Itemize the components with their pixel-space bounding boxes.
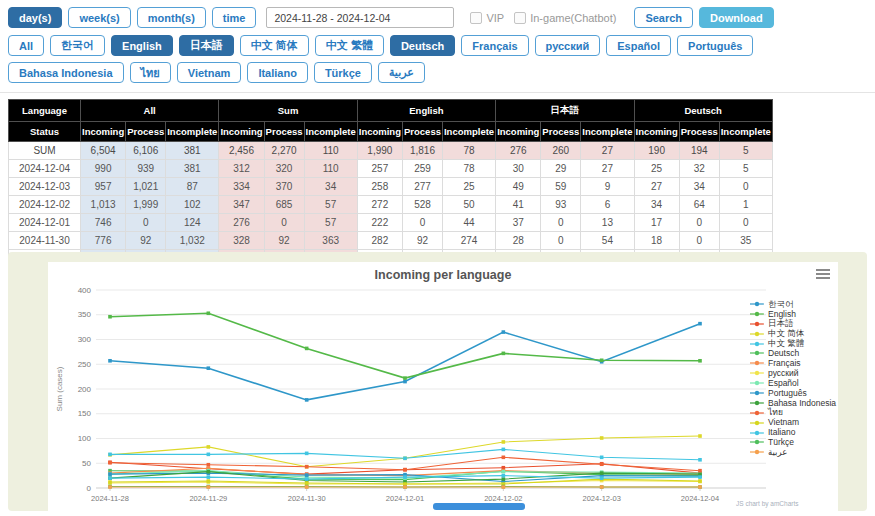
checkbox-VIP[interactable]: VIP xyxy=(470,12,504,24)
row-label: 2024-12-01 xyxy=(9,214,81,232)
legend-item-日本語[interactable]: 日本語 xyxy=(750,319,836,329)
table-cell: 381 xyxy=(166,160,219,178)
chart-box: Incoming per language 050100150200250300… xyxy=(48,262,838,511)
table-cell: 35 xyxy=(719,232,772,250)
line-chart: 050100150200250300350400Sum (cases)2024-… xyxy=(48,262,838,511)
column-header-Incoming: Incoming xyxy=(219,122,264,142)
row-label: 2024-12-03 xyxy=(9,178,81,196)
period-button-time[interactable]: time xyxy=(212,7,257,28)
table-cell: 685 xyxy=(264,196,304,214)
table-cell: 27 xyxy=(581,160,634,178)
data-point xyxy=(403,468,407,472)
legend-item-中文-繁體[interactable]: 中文 繁體 xyxy=(750,339,836,349)
lang-button-Español[interactable]: Español xyxy=(606,35,671,56)
checkbox-icon[interactable] xyxy=(470,12,482,24)
column-header-Incoming: Incoming xyxy=(81,122,126,142)
x-tick-label: 2024-11-30 xyxy=(288,494,326,503)
lang-button-عربية[interactable]: عربية xyxy=(378,62,425,83)
lang-button-中文-繁體[interactable]: 中文 繁體 xyxy=(315,35,384,56)
table-cell: 50 xyxy=(442,196,495,214)
legend-item-Vietnam[interactable]: Vietnam xyxy=(750,418,836,428)
lang-button-Italiano[interactable]: Italiano xyxy=(247,62,308,83)
legend-label: Français xyxy=(768,359,801,368)
legend-item-Français[interactable]: Français xyxy=(750,358,836,368)
table-cell: 57 xyxy=(304,196,357,214)
data-point xyxy=(600,436,604,440)
data-point xyxy=(502,470,506,474)
legend-marker-icon xyxy=(750,389,764,397)
table-cell: 25 xyxy=(634,160,679,178)
legend-marker-icon xyxy=(750,310,764,318)
date-range-input[interactable] xyxy=(266,7,454,28)
legend-item-عربية[interactable]: عربية xyxy=(750,447,836,457)
lang-button-Português[interactable]: Português xyxy=(677,35,753,56)
data-point xyxy=(698,434,702,438)
lang-button-中文-简体[interactable]: 中文 简体 xyxy=(240,35,309,56)
download-button[interactable]: Download xyxy=(699,7,774,28)
lang-button-Français[interactable]: Français xyxy=(461,35,528,56)
column-header-Incomplete: Incomplete xyxy=(581,122,634,142)
table-cell: 0 xyxy=(679,214,719,232)
data-point xyxy=(600,456,604,460)
legend-item-中文-简体[interactable]: 中文 简体 xyxy=(750,329,836,339)
legend-item-English[interactable]: English xyxy=(750,309,836,319)
lang-button-Vietnam[interactable]: Vietnam xyxy=(177,62,242,83)
lang-button-日本語[interactable]: 日本語 xyxy=(179,35,234,56)
table-cell: 190 xyxy=(634,142,679,160)
data-point xyxy=(207,475,211,479)
legend-marker-icon xyxy=(750,330,764,338)
y-tick-label: 50 xyxy=(82,459,91,468)
y-tick-label: 200 xyxy=(78,385,92,394)
data-point xyxy=(502,330,506,334)
table-cell: 776 xyxy=(81,232,126,250)
legend-label: Türkçe xyxy=(768,438,794,447)
table-cell: 259 xyxy=(402,160,442,178)
data-point xyxy=(108,315,112,319)
checkbox-In-game-Chatbot-[interactable]: In-game(Chatbot) xyxy=(514,12,616,24)
legend-item-Türkçe[interactable]: Türkçe xyxy=(750,437,836,447)
data-point xyxy=(698,479,702,483)
column-group-header-日本語: 日本語 xyxy=(496,100,634,122)
legend-item-Español[interactable]: Español xyxy=(750,378,836,388)
x-tick-label: 2024-12-04 xyxy=(681,494,719,503)
table-cell: 9 xyxy=(581,178,634,196)
legend-item-한국어[interactable]: 한국어 xyxy=(750,299,836,309)
search-button[interactable]: Search xyxy=(634,7,693,28)
legend-item-ไทย[interactable]: ไทย xyxy=(750,408,836,418)
table-cell: 27 xyxy=(634,178,679,196)
lang-button-한국어[interactable]: 한국어 xyxy=(50,35,105,56)
lang-button-English[interactable]: English xyxy=(111,35,173,56)
chart-scrollbar-thumb[interactable] xyxy=(433,503,525,510)
table-cell: 312 xyxy=(219,160,264,178)
data-point xyxy=(305,477,309,481)
column-header-Incomplete: Incomplete xyxy=(166,122,219,142)
table-cell: 334 xyxy=(219,178,264,196)
legend-label: English xyxy=(768,310,796,319)
column-header-Incomplete: Incomplete xyxy=(719,122,772,142)
legend-item-Deutsch[interactable]: Deutsch xyxy=(750,348,836,358)
data-point xyxy=(502,456,506,460)
lang-button-ไทย[interactable]: ไทย xyxy=(130,62,171,83)
column-header-Process: Process xyxy=(264,122,304,142)
lang-button-Deutsch[interactable]: Deutsch xyxy=(390,35,455,56)
table-cell: 6,106 xyxy=(126,142,166,160)
checkbox-icon[interactable] xyxy=(514,12,526,24)
checkbox-label: VIP xyxy=(486,12,504,24)
legend-item-Bahasa-Indonesia[interactable]: Bahasa Indonesia xyxy=(750,398,836,408)
y-tick-label: 300 xyxy=(78,335,92,344)
legend-item-Italiano[interactable]: Italiano xyxy=(750,428,836,438)
period-button-week-s-[interactable]: week(s) xyxy=(68,7,130,28)
period-button-group: day(s)week(s)month(s)time xyxy=(8,7,256,28)
legend-marker-icon xyxy=(750,419,764,427)
lang-button-русский[interactable]: русский xyxy=(535,35,601,56)
legend-item-Português[interactable]: Português xyxy=(750,388,836,398)
lang-button-Türkçe[interactable]: Türkçe xyxy=(314,62,372,83)
table-cell: 0 xyxy=(541,214,581,232)
period-button-day-s-[interactable]: day(s) xyxy=(8,7,62,28)
column-header-status: Status xyxy=(9,122,81,142)
lang-button-All[interactable]: All xyxy=(8,35,44,56)
lang-button-Bahasa-Indonesia[interactable]: Bahasa Indonesia xyxy=(8,62,124,83)
column-header-Process: Process xyxy=(679,122,719,142)
legend-item-русский[interactable]: русский xyxy=(750,368,836,378)
period-button-month-s-[interactable]: month(s) xyxy=(137,7,206,28)
